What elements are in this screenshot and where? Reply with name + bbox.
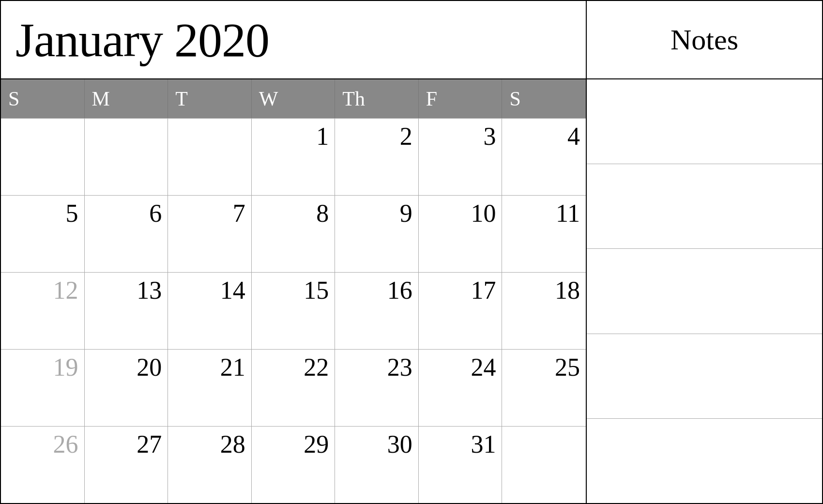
calendar-cell-w2-d3: 7 (168, 196, 252, 272)
day-headers-row: SMTWThFS (1, 79, 586, 118)
cell-number-6: 6 (149, 199, 162, 227)
calendar-cell-w2-d1: 5 (1, 196, 85, 272)
calendar-cell-w1-d4: 1 (252, 119, 335, 195)
cell-number-31: 31 (471, 430, 496, 458)
cell-number-1: 1 (316, 122, 329, 150)
cell-number-18: 18 (555, 276, 580, 304)
day-header-t: T (168, 79, 252, 118)
calendar-row-4: 19202122232425 (1, 349, 586, 426)
cell-number-12: 12 (53, 276, 78, 304)
notes-panel: Notes (587, 1, 822, 503)
calendar-cell-w3-d4: 15 (252, 273, 335, 349)
calendar-header: January 2020 (1, 1, 586, 79)
calendar-cell-w5-d1: 26 (1, 427, 85, 503)
day-header-f: F (419, 79, 503, 118)
calendar-cell-w2-d2: 6 (85, 196, 168, 272)
calendar-row-1: 1234 (1, 118, 586, 195)
cell-number-24: 24 (471, 353, 496, 381)
calendar-cell-w1-d1 (1, 119, 85, 195)
day-header-th: Th (335, 79, 419, 118)
cell-number-22: 22 (304, 353, 329, 381)
calendar-main: January 2020 SMTWThFS 123456789101112131… (1, 1, 587, 503)
calendar-row-5: 262728293031 (1, 426, 586, 503)
cell-number-19: 19 (53, 353, 78, 381)
calendar-cell-w4-d3: 21 (168, 350, 252, 426)
calendar-row-3: 12131415161718 (1, 272, 586, 349)
calendar-cell-w5-d3: 28 (168, 427, 252, 503)
calendar-cell-w3-d5: 16 (335, 273, 419, 349)
cell-number-7: 7 (233, 199, 245, 227)
day-header-m: M (85, 79, 168, 118)
notes-line-1[interactable] (587, 79, 822, 164)
cell-number-16: 16 (387, 276, 412, 304)
notes-header: Notes (587, 1, 822, 79)
calendar-cell-w5-d5: 30 (335, 427, 419, 503)
cell-number-11: 11 (556, 199, 580, 227)
cell-number-26: 26 (53, 430, 78, 458)
calendar-cell-w5-d7 (502, 427, 586, 503)
cell-number-20: 20 (137, 353, 162, 381)
cell-number-8: 8 (316, 199, 329, 227)
calendar-cell-w1-d2 (85, 119, 168, 195)
calendar-cell-w2-d5: 9 (335, 196, 419, 272)
calendar-cell-w4-d7: 25 (502, 350, 586, 426)
calendar-cell-w1-d6: 3 (419, 119, 503, 195)
notes-line-2[interactable] (587, 164, 822, 249)
cell-number-29: 29 (304, 430, 329, 458)
cell-number-9: 9 (400, 199, 412, 227)
day-header-s: S (502, 79, 586, 118)
day-header-w: W (252, 79, 335, 118)
cell-number-2: 2 (400, 122, 412, 150)
calendar-cell-w3-d3: 14 (168, 273, 252, 349)
calendar-cell-w4-d6: 24 (419, 350, 503, 426)
cell-number-25: 25 (555, 353, 580, 381)
calendar-cell-w4-d2: 20 (85, 350, 168, 426)
cell-number-13: 13 (137, 276, 162, 304)
cell-number-10: 10 (471, 199, 496, 227)
calendar-cell-w3-d6: 17 (419, 273, 503, 349)
cell-number-28: 28 (220, 430, 245, 458)
calendar-cell-w4-d4: 22 (252, 350, 335, 426)
cell-number-27: 27 (137, 430, 162, 458)
calendar-cell-w1-d5: 2 (335, 119, 419, 195)
calendar-container: January 2020 SMTWThFS 123456789101112131… (0, 0, 823, 504)
cell-number-4: 4 (567, 122, 580, 150)
notes-title: Notes (671, 23, 738, 57)
calendar-cell-w4-d5: 23 (335, 350, 419, 426)
calendar-cell-w3-d7: 18 (502, 273, 586, 349)
calendar-cell-w3-d2: 13 (85, 273, 168, 349)
calendar-cell-w2-d4: 8 (252, 196, 335, 272)
calendar-cell-w1-d7: 4 (502, 119, 586, 195)
calendar-grid: 1234567891011121314151617181920212223242… (1, 118, 586, 503)
cell-number-30: 30 (387, 430, 412, 458)
calendar-cell-w1-d3 (168, 119, 252, 195)
cell-number-17: 17 (471, 276, 496, 304)
day-header-s: S (1, 79, 85, 118)
notes-line-5[interactable] (587, 419, 822, 503)
calendar-cell-w2-d7: 11 (502, 196, 586, 272)
notes-lines[interactable] (587, 79, 822, 503)
calendar-cell-w2-d6: 10 (419, 196, 503, 272)
calendar-cell-w3-d1: 12 (1, 273, 85, 349)
calendar-cell-w4-d1: 19 (1, 350, 85, 426)
cell-number-5: 5 (66, 199, 78, 227)
calendar-cell-w5-d4: 29 (252, 427, 335, 503)
cell-number-21: 21 (220, 353, 245, 381)
notes-line-3[interactable] (587, 249, 822, 334)
cell-number-3: 3 (483, 122, 496, 150)
calendar-title: January 2020 (15, 12, 269, 68)
calendar-cell-w5-d2: 27 (85, 427, 168, 503)
notes-line-4[interactable] (587, 334, 822, 419)
calendar-cell-w5-d6: 31 (419, 427, 503, 503)
cell-number-14: 14 (220, 276, 245, 304)
cell-number-15: 15 (304, 276, 329, 304)
cell-number-23: 23 (387, 353, 412, 381)
calendar-row-2: 567891011 (1, 195, 586, 272)
